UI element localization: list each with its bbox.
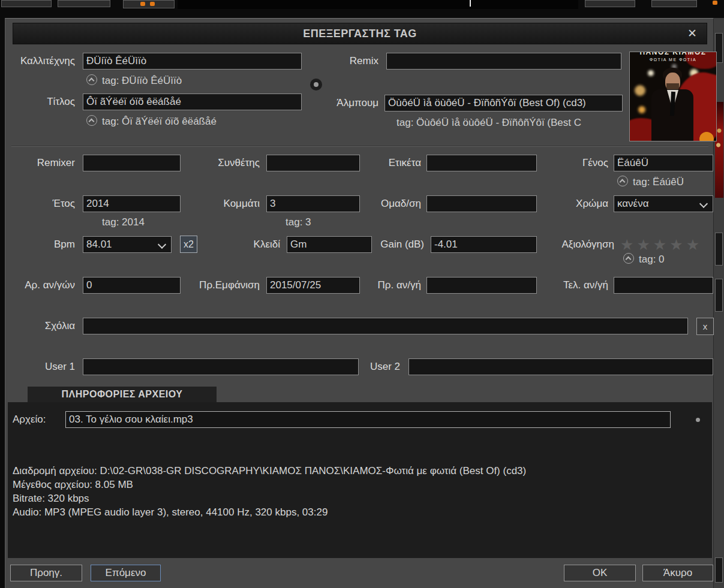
artist-tag-chevron-up-icon[interactable]	[86, 74, 97, 85]
first-seen-label: Πρ.Εμφάνιση	[191, 277, 260, 294]
section-divider	[11, 146, 708, 147]
background-widget	[585, 0, 635, 7]
background-widget	[58, 0, 110, 7]
color-label: Χρώμα	[533, 195, 608, 212]
album-label: Άλμπουμ	[305, 95, 378, 111]
first-play-input[interactable]	[426, 277, 537, 294]
first-seen-input[interactable]	[266, 277, 360, 294]
album-art-bokeh	[638, 106, 645, 113]
genre-tag-chevron-up-icon[interactable]	[617, 176, 628, 186]
title-tag-chevron-up-icon[interactable]	[86, 115, 97, 126]
album-art-bokeh	[648, 70, 654, 76]
bitrate-text: Bitrate: 320 kbps	[13, 493, 89, 505]
background-orange-indicator	[140, 2, 145, 6]
background-orange-indicator	[713, 1, 717, 5]
genre-input[interactable]	[614, 155, 713, 171]
gain-input[interactable]	[431, 236, 537, 253]
star-icon[interactable]: ★	[669, 236, 686, 253]
composer-label: Συνθέτης	[191, 155, 260, 171]
star-icon[interactable]: ★	[686, 236, 702, 253]
bpm-select[interactable]: 84.01	[83, 236, 172, 253]
album-art-artist-text: ΠΑΝΟΣ ΚΙΑΜΟΣ	[630, 52, 716, 56]
background-fragment	[715, 279, 723, 312]
album-art-bokeh	[635, 85, 645, 96]
user1-label: User 1	[7, 358, 75, 375]
next-button[interactable]: Επόμενο	[91, 565, 161, 581]
grouping-label: Ομαδ/ση	[353, 195, 421, 212]
background-widget	[1, 0, 52, 7]
dialog-titlebar: ΕΠΕΞΕΡΓΑΣΤΗΣ TAG ✕	[13, 23, 707, 44]
comments-input[interactable]	[83, 318, 688, 334]
comments-clear-button[interactable]: x	[696, 318, 714, 335]
artist-input[interactable]	[83, 53, 302, 70]
track-label: Κομμάτι	[191, 195, 260, 212]
cancel-button[interactable]: Άκυρο	[642, 565, 713, 581]
title-input[interactable]	[83, 94, 302, 110]
grouping-input[interactable]	[426, 195, 537, 212]
last-play-input[interactable]	[614, 277, 713, 294]
track-input[interactable]	[266, 195, 360, 212]
background-playhead-tick	[470, 0, 471, 7]
chevron-down-icon	[158, 240, 166, 249]
user2-label: User 2	[332, 358, 400, 375]
star-icon[interactable]: ★	[653, 236, 669, 253]
background-widget	[123, 0, 175, 8]
track-tag-text: tag: 3	[286, 216, 311, 228]
record-label-input[interactable]	[426, 155, 537, 171]
artist-tag-text: tag: ÐÜíïò ÊéÜìïò	[102, 75, 182, 87]
ok-button[interactable]: OK	[564, 565, 636, 581]
chevron-down-icon	[699, 200, 708, 208]
color-select-value: κανένα	[617, 198, 649, 209]
rating-tag-chevron-up-icon[interactable]	[623, 253, 634, 264]
file-indicator-radio[interactable]	[693, 415, 702, 424]
genre-label: Γένος	[533, 155, 608, 171]
background-orange-indicator	[150, 2, 155, 6]
close-icon[interactable]: ✕	[687, 23, 697, 44]
screen: ΕΠΕΞΕΡΓΑΣΤΗΣ TAG ✕ Καλλιτέχνης tag: ÐÜíï…	[0, 0, 724, 588]
remixer-label: Remixer	[7, 155, 75, 171]
file-label: Αρχείο:	[13, 411, 46, 428]
last-play-label: Τελ. αν/γή	[533, 277, 608, 294]
year-input[interactable]	[83, 195, 181, 212]
album-input[interactable]	[384, 95, 623, 111]
background-fragment	[715, 557, 723, 583]
file-path-text: Διαδρομή αρχείου: D:\02-GR\038-GR DISCOG…	[13, 465, 526, 477]
bpm-label: Bpm	[7, 236, 75, 253]
album-art-title-text: ΦΩΤΙΑ ΜΕ ΦΩΤΙΑ	[630, 58, 716, 62]
year-tag-text: tag: 2014	[102, 216, 145, 228]
bpm-select-value: 84.01	[86, 239, 112, 250]
star-icon[interactable]: ★	[620, 236, 636, 253]
star-icon[interactable]: ★	[636, 236, 653, 253]
color-select[interactable]: κανένα	[614, 195, 713, 212]
background-waveform-strip	[178, 0, 578, 9]
rating-stars[interactable]: ★★★★★	[620, 236, 702, 253]
comments-label: Σχόλια	[7, 318, 75, 334]
tab-file-info[interactable]: ΠΛΗΡΟΦΟΡΙΕΣ ΑΡΧΕΙΟΥ	[28, 387, 217, 402]
record-label-label: Ετικέτα	[353, 155, 421, 171]
composer-input[interactable]	[266, 155, 360, 171]
remix-input[interactable]	[386, 53, 621, 70]
gain-label: Gain (dB)	[356, 236, 424, 253]
file-size-text: Μέγεθος αρχείου: 8.05 MB	[13, 479, 133, 491]
dialog-title: ΕΠΕΞΕΡΓΑΣΤΗΣ TAG	[13, 23, 707, 44]
bpm-double-button[interactable]: x2	[180, 236, 197, 253]
album-art: ΠΑΝΟΣ ΚΙΑΜΟΣ ΦΩΤΙΑ ΜΕ ΦΩΤΙΑ	[629, 52, 717, 141]
rating-tag-text: tag: 0	[639, 254, 665, 266]
audio-format-text: Audio: MP3 (MPEG audio layer 3), stereo,…	[13, 506, 328, 518]
year-label: Έτος	[7, 195, 75, 212]
artist-label: Καλλιτέχνης	[7, 53, 75, 70]
user2-input[interactable]	[408, 358, 713, 375]
tag-sync-radio-button[interactable]	[310, 79, 322, 91]
remixer-input[interactable]	[83, 155, 181, 171]
file-input[interactable]	[65, 411, 671, 428]
key-label: Κλειδί	[212, 236, 280, 253]
background-widget	[651, 0, 697, 7]
genre-tag-text: tag: ËáúêÜ	[633, 176, 684, 188]
previous-button[interactable]: Προηγ.	[10, 565, 82, 581]
first-play-label: Πρ. αν/γή	[353, 277, 421, 294]
user1-input[interactable]	[83, 358, 359, 375]
play-count-input[interactable]	[83, 277, 181, 294]
background-fragment	[715, 233, 723, 266]
tag-editor-dialog: ΕΠΕΞΕΡΓΑΣΤΗΣ TAG ✕ Καλλιτέχνης tag: ÐÜíï…	[5, 18, 714, 588]
title-tag-text: tag: Ôï ãÝëéï óïõ êëáßåé	[102, 116, 217, 128]
